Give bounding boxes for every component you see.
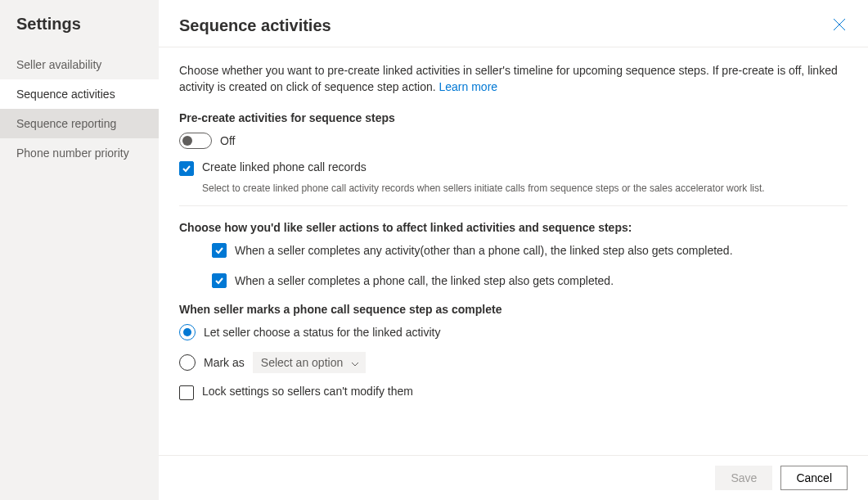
page-title: Sequence activities xyxy=(179,16,331,35)
mark-as-select-placeholder: Select an option xyxy=(261,356,343,369)
phonecall-title: When seller marks a phone call sequence … xyxy=(179,303,848,316)
sidebar-item-seller-availability[interactable]: Seller availability xyxy=(0,50,159,79)
sidebar-item-sequence-reporting[interactable]: Sequence reporting xyxy=(0,109,159,138)
save-button[interactable]: Save xyxy=(715,466,772,490)
cancel-button[interactable]: Cancel xyxy=(780,466,848,490)
sidebar-item-phone-number-priority[interactable]: Phone number priority xyxy=(0,138,159,168)
radio-let-seller[interactable] xyxy=(179,324,196,340)
radio-mark-as[interactable] xyxy=(179,354,196,371)
create-phone-records-row: Create linked phone call records xyxy=(179,160,848,176)
divider xyxy=(179,205,848,206)
lock-settings-checkbox[interactable] xyxy=(179,385,194,400)
content: Choose whether you want to pre-create li… xyxy=(159,47,868,455)
radio-let-seller-row: Let seller choose a status for the linke… xyxy=(179,324,848,340)
choose-title: Choose how you'd like seller actions to … xyxy=(179,221,848,234)
radio-dot xyxy=(183,328,191,336)
toggle-knob xyxy=(182,136,192,146)
radio-mark-as-label: Mark as xyxy=(204,356,245,369)
radio-let-seller-label: Let seller choose a status for the linke… xyxy=(204,326,440,339)
close-icon[interactable] xyxy=(831,16,848,33)
precreate-toggle-row: Off xyxy=(179,133,848,149)
precreate-toggle[interactable] xyxy=(179,133,212,149)
intro-body: Choose whether you want to pre-create li… xyxy=(179,64,838,93)
main-panel: Sequence activities Choose whether you w… xyxy=(159,0,868,500)
intro-text: Choose whether you want to pre-create li… xyxy=(179,62,848,95)
choose-cb2-row: When a seller completes a phone call, th… xyxy=(212,273,848,288)
choose-cb1-row: When a seller completes any activity(oth… xyxy=(212,242,848,258)
lock-settings-row: Lock settings so sellers can't modify th… xyxy=(179,385,848,400)
precreate-title: Pre-create activities for sequence steps xyxy=(179,111,848,124)
create-phone-records-sub: Select to create linked phone call activ… xyxy=(202,182,848,194)
radio-mark-as-row: Mark as Select an option xyxy=(179,352,848,373)
create-phone-records-label: Create linked phone call records xyxy=(202,160,367,173)
footer: Save Cancel xyxy=(159,455,868,500)
sidebar-item-sequence-activities[interactable]: Sequence activities xyxy=(0,79,159,109)
choose-cb2-label: When a seller completes a phone call, th… xyxy=(235,274,614,287)
create-phone-records-checkbox[interactable] xyxy=(179,161,194,176)
choose-cb1-checkbox[interactable] xyxy=(212,243,227,258)
learn-more-link[interactable]: Learn more xyxy=(439,80,498,93)
sidebar: Settings Seller availability Sequence ac… xyxy=(0,0,159,500)
chevron-down-icon xyxy=(351,356,359,369)
header: Sequence activities xyxy=(159,0,868,47)
mark-as-select[interactable]: Select an option xyxy=(253,352,366,373)
sidebar-title: Settings xyxy=(0,15,159,50)
choose-cb1-label: When a seller completes any activity(oth… xyxy=(235,244,733,257)
choose-cb2-checkbox[interactable] xyxy=(212,273,227,288)
lock-settings-label: Lock settings so sellers can't modify th… xyxy=(202,385,413,398)
precreate-toggle-label: Off xyxy=(220,134,235,147)
